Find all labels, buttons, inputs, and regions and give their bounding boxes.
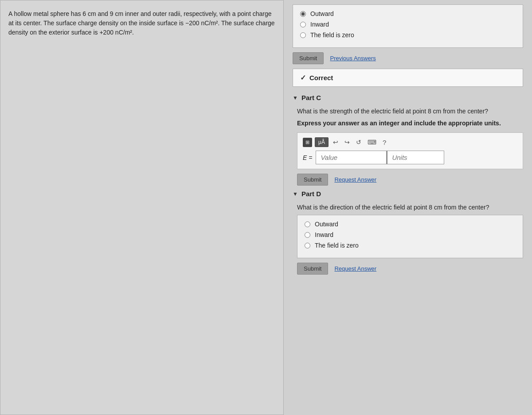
matrix-button[interactable]: ⊞ [303,138,312,147]
redo-icon[interactable]: ↪ [343,138,352,147]
radio-zero-d[interactable]: The field is zero [305,242,516,249]
part-d-submit-row: Submit Request Answer [297,263,523,275]
part-c-request-answer-link[interactable]: Request Answer [334,176,376,183]
radio-outward-b-input[interactable] [300,11,306,17]
part-d-arrow-icon[interactable]: ▼ [293,191,298,197]
part-d-submit-button[interactable]: Submit [297,263,328,275]
right-panel: Outward Inward The field is zero Submit … [284,0,532,415]
radio-inward-d[interactable]: Inward [305,231,516,238]
checkmark-icon: ✓ [300,74,306,82]
part-d-answer-box: Outward Inward The field is zero [297,215,523,258]
part-c-submit-button[interactable]: Submit [297,174,328,186]
input-row: E = [303,151,517,164]
mu-label: μÅ [318,139,325,145]
part-d-request-answer-link[interactable]: Request Answer [334,265,376,272]
left-panel: A hollow metal sphere has 6 cm and 9 cm … [0,0,284,415]
toolbar-row: ⊞ μÅ ↩ ↪ ↺ ⌨ ? [303,137,517,147]
problem-description: A hollow metal sphere has 6 cm and 9 cm … [8,9,275,37]
undo-icon[interactable]: ↩ [331,138,340,147]
part-c-content: What is the strength of the electric fie… [293,107,523,186]
part-d-question: What is the direction of the electric fi… [297,203,523,212]
previous-answers-link[interactable]: Previous Answers [330,55,376,62]
matrix-icon: ⊞ [305,140,309,145]
part-c-instruction: Express your answer as an integer and in… [297,119,523,128]
radio-inward-b-input[interactable] [300,22,306,27]
part-d-label: Part D [301,190,321,198]
radio-zero-b[interactable]: The field is zero [300,31,516,39]
part-c-label: Part C [301,94,321,101]
refresh-icon[interactable]: ↺ [354,138,363,147]
radio-outward-d-label: Outward [315,221,338,228]
part-c-submit-row: Submit Request Answer [297,174,523,186]
radio-outward-b[interactable]: Outward [300,10,516,17]
radio-outward-d[interactable]: Outward [305,221,516,228]
help-icon[interactable]: ? [381,138,388,147]
correct-box: ✓ Correct [293,69,523,87]
radio-zero-d-input[interactable] [305,243,310,248]
part-b-submit-button[interactable]: Submit [293,52,324,64]
radio-zero-d-label: The field is zero [315,242,359,249]
value-input[interactable] [316,151,387,164]
part-b-submit-row: Submit Previous Answers [293,52,523,64]
radio-inward-d-label: Inward [315,231,333,238]
part-c-input-area: ⊞ μÅ ↩ ↪ ↺ ⌨ ? E = [297,132,523,169]
part-c-header: ▼ Part C [293,94,523,101]
keyboard-icon[interactable]: ⌨ [366,138,378,147]
mu-button[interactable]: μÅ [315,137,329,147]
part-d-header: ▼ Part D [293,190,523,198]
radio-inward-b[interactable]: Inward [300,21,516,28]
part-b-answer-box: Outward Inward The field is zero [293,4,523,48]
eq-label: E = [303,151,316,164]
radio-zero-b-label: The field is zero [310,31,354,39]
part-c-question: What is the strength of the electric fie… [297,107,523,116]
radio-zero-b-input[interactable] [300,32,306,38]
radio-outward-d-input[interactable] [305,221,310,227]
radio-outward-b-label: Outward [310,10,334,17]
radio-inward-d-input[interactable] [305,232,310,238]
part-c-arrow-icon[interactable]: ▼ [293,95,298,101]
radio-inward-b-label: Inward [310,21,329,28]
units-input[interactable] [387,151,444,164]
part-d-content: What is the direction of the electric fi… [293,203,523,275]
correct-label: Correct [309,74,333,81]
